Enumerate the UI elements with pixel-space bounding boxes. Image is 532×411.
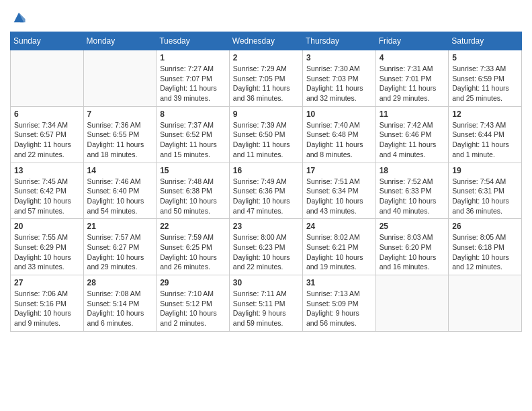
calendar-day-cell: 8Sunrise: 7:37 AM Sunset: 6:52 PM Daylig… — [157, 106, 230, 163]
day-info: Sunrise: 7:36 AM Sunset: 6:55 PM Dayligh… — [87, 120, 153, 160]
calendar-week-row: 27Sunrise: 7:06 AM Sunset: 5:16 PM Dayli… — [11, 275, 522, 332]
day-info: Sunrise: 7:54 AM Sunset: 6:31 PM Dayligh… — [452, 177, 518, 216]
calendar-day-cell: 24Sunrise: 8:02 AM Sunset: 6:21 PM Dayli… — [302, 219, 375, 275]
calendar-day-cell: 1Sunrise: 7:27 AM Sunset: 7:07 PM Daylig… — [157, 50, 230, 107]
day-info: Sunrise: 8:03 AM Sunset: 6:20 PM Dayligh… — [380, 232, 445, 272]
calendar-day-cell — [375, 275, 449, 332]
day-info: Sunrise: 7:43 AM Sunset: 6:44 PM Dayligh… — [452, 120, 518, 160]
calendar-week-row: 1Sunrise: 7:27 AM Sunset: 7:07 PM Daylig… — [11, 50, 522, 107]
calendar-day-cell: 18Sunrise: 7:52 AM Sunset: 6:33 PM Dayli… — [375, 163, 449, 219]
calendar-header-row: SundayMondayTuesdayWednesdayThursdayFrid… — [11, 32, 522, 50]
calendar-day-cell: 12Sunrise: 7:43 AM Sunset: 6:44 PM Dayli… — [449, 106, 522, 163]
day-number: 18 — [380, 166, 445, 175]
day-info: Sunrise: 7:06 AM Sunset: 5:16 PM Dayligh… — [14, 289, 80, 328]
day-number: 1 — [160, 53, 226, 62]
calendar-day-cell: 14Sunrise: 7:46 AM Sunset: 6:40 PM Dayli… — [83, 163, 157, 219]
day-number: 24 — [306, 222, 372, 231]
day-number: 17 — [306, 166, 372, 175]
day-number: 30 — [233, 278, 299, 287]
day-number: 2 — [233, 53, 299, 62]
calendar-day-cell: 21Sunrise: 7:57 AM Sunset: 6:27 PM Dayli… — [83, 219, 157, 275]
calendar-day-cell: 29Sunrise: 7:10 AM Sunset: 5:12 PM Dayli… — [157, 275, 230, 332]
calendar-day-cell: 4Sunrise: 7:31 AM Sunset: 7:01 PM Daylig… — [375, 50, 449, 107]
logo-icon — [11, 10, 26, 25]
day-info: Sunrise: 7:57 AM Sunset: 6:27 PM Dayligh… — [87, 232, 153, 272]
calendar-day-cell: 31Sunrise: 7:13 AM Sunset: 5:09 PM Dayli… — [302, 275, 375, 332]
day-number: 10 — [306, 109, 372, 119]
day-info: Sunrise: 7:52 AM Sunset: 6:33 PM Dayligh… — [380, 177, 445, 216]
calendar-day-cell: 17Sunrise: 7:51 AM Sunset: 6:34 PM Dayli… — [302, 163, 375, 219]
calendar-week-row: 6Sunrise: 7:34 AM Sunset: 6:57 PM Daylig… — [11, 106, 522, 163]
day-number: 7 — [87, 109, 153, 119]
day-number: 21 — [87, 222, 153, 231]
calendar-day-header: Friday — [375, 32, 449, 50]
calendar-week-row: 13Sunrise: 7:45 AM Sunset: 6:42 PM Dayli… — [11, 163, 522, 219]
day-number: 28 — [87, 278, 153, 287]
calendar-table: SundayMondayTuesdayWednesdayThursdayFrid… — [10, 32, 522, 332]
calendar-day-header: Wednesday — [229, 32, 302, 50]
day-info: Sunrise: 8:02 AM Sunset: 6:21 PM Dayligh… — [306, 232, 372, 272]
day-info: Sunrise: 7:48 AM Sunset: 6:38 PM Dayligh… — [160, 177, 226, 216]
day-info: Sunrise: 7:29 AM Sunset: 7:05 PM Dayligh… — [233, 64, 299, 103]
day-number: 20 — [14, 222, 80, 231]
day-info: Sunrise: 7:31 AM Sunset: 7:01 PM Dayligh… — [380, 64, 445, 103]
day-info: Sunrise: 7:39 AM Sunset: 6:50 PM Dayligh… — [233, 120, 299, 160]
day-number: 12 — [452, 109, 518, 119]
day-number: 15 — [160, 166, 226, 175]
calendar-day-header: Saturday — [449, 32, 522, 50]
day-info: Sunrise: 7:27 AM Sunset: 7:07 PM Dayligh… — [160, 64, 226, 103]
calendar-day-cell — [11, 50, 84, 107]
day-number: 29 — [160, 278, 226, 287]
day-number: 9 — [233, 109, 299, 119]
day-number: 5 — [452, 53, 518, 62]
calendar-day-cell: 23Sunrise: 8:00 AM Sunset: 6:23 PM Dayli… — [229, 219, 302, 275]
day-number: 26 — [452, 222, 518, 231]
calendar-day-cell: 7Sunrise: 7:36 AM Sunset: 6:55 PM Daylig… — [83, 106, 157, 163]
calendar-day-cell: 16Sunrise: 7:49 AM Sunset: 6:36 PM Dayli… — [229, 163, 302, 219]
calendar-day-cell: 6Sunrise: 7:34 AM Sunset: 6:57 PM Daylig… — [11, 106, 84, 163]
day-info: Sunrise: 8:05 AM Sunset: 6:18 PM Dayligh… — [452, 232, 518, 272]
day-info: Sunrise: 7:13 AM Sunset: 5:09 PM Dayligh… — [306, 289, 372, 328]
day-info: Sunrise: 7:11 AM Sunset: 5:11 PM Dayligh… — [233, 289, 299, 328]
calendar-day-cell: 2Sunrise: 7:29 AM Sunset: 7:05 PM Daylig… — [229, 50, 302, 107]
day-info: Sunrise: 7:34 AM Sunset: 6:57 PM Dayligh… — [14, 120, 80, 160]
calendar-day-cell: 28Sunrise: 7:08 AM Sunset: 5:14 PM Dayli… — [83, 275, 157, 332]
calendar-day-cell: 30Sunrise: 7:11 AM Sunset: 5:11 PM Dayli… — [229, 275, 302, 332]
day-info: Sunrise: 7:49 AM Sunset: 6:36 PM Dayligh… — [233, 177, 299, 216]
day-info: Sunrise: 7:30 AM Sunset: 7:03 PM Dayligh… — [306, 64, 372, 103]
day-info: Sunrise: 7:10 AM Sunset: 5:12 PM Dayligh… — [160, 289, 226, 328]
day-number: 23 — [233, 222, 299, 231]
calendar-day-cell: 11Sunrise: 7:42 AM Sunset: 6:46 PM Dayli… — [375, 106, 449, 163]
day-number: 11 — [380, 109, 445, 119]
calendar-day-header: Thursday — [302, 32, 375, 50]
page-header — [10, 10, 522, 25]
day-number: 6 — [14, 109, 80, 119]
calendar-day-cell: 15Sunrise: 7:48 AM Sunset: 6:38 PM Dayli… — [157, 163, 230, 219]
day-info: Sunrise: 8:00 AM Sunset: 6:23 PM Dayligh… — [233, 232, 299, 272]
day-info: Sunrise: 7:33 AM Sunset: 6:59 PM Dayligh… — [452, 64, 518, 103]
day-number: 27 — [14, 278, 80, 287]
calendar-week-row: 20Sunrise: 7:55 AM Sunset: 6:29 PM Dayli… — [11, 219, 522, 275]
calendar-day-header: Monday — [83, 32, 157, 50]
calendar-day-cell — [449, 275, 522, 332]
day-info: Sunrise: 7:59 AM Sunset: 6:25 PM Dayligh… — [160, 232, 226, 272]
day-info: Sunrise: 7:40 AM Sunset: 6:48 PM Dayligh… — [306, 120, 372, 160]
day-number: 4 — [380, 53, 445, 62]
day-number: 22 — [160, 222, 226, 231]
calendar-day-header: Sunday — [11, 32, 84, 50]
calendar-day-cell: 19Sunrise: 7:54 AM Sunset: 6:31 PM Dayli… — [449, 163, 522, 219]
calendar-day-cell: 3Sunrise: 7:30 AM Sunset: 7:03 PM Daylig… — [302, 50, 375, 107]
day-number: 14 — [87, 166, 153, 175]
day-info: Sunrise: 7:42 AM Sunset: 6:46 PM Dayligh… — [380, 120, 445, 160]
calendar-day-cell: 26Sunrise: 8:05 AM Sunset: 6:18 PM Dayli… — [449, 219, 522, 275]
day-number: 19 — [452, 166, 518, 175]
calendar-day-cell: 20Sunrise: 7:55 AM Sunset: 6:29 PM Dayli… — [11, 219, 84, 275]
calendar-day-header: Tuesday — [157, 32, 230, 50]
day-number: 31 — [306, 278, 372, 287]
day-number: 3 — [306, 53, 372, 62]
day-number: 16 — [233, 166, 299, 175]
logo — [10, 10, 28, 25]
calendar-day-cell: 10Sunrise: 7:40 AM Sunset: 6:48 PM Dayli… — [302, 106, 375, 163]
day-info: Sunrise: 7:08 AM Sunset: 5:14 PM Dayligh… — [87, 289, 153, 328]
day-info: Sunrise: 7:45 AM Sunset: 6:42 PM Dayligh… — [14, 177, 80, 216]
